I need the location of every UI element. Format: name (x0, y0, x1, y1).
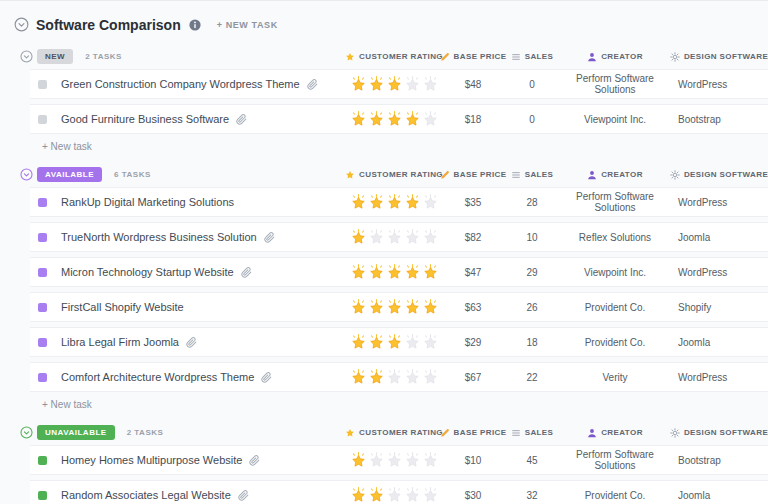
star-filled-icon[interactable] (404, 194, 421, 211)
sales-count[interactable]: 18 (504, 337, 560, 348)
star-filled-icon[interactable] (386, 194, 403, 211)
creator[interactable]: Perform Software Solutions (560, 449, 670, 471)
task-row[interactable]: RankUp Digital Marketing Solutions$3528P… (30, 187, 768, 217)
status-square-icon[interactable] (38, 303, 47, 312)
star-filled-icon[interactable] (404, 264, 421, 281)
star-filled-icon[interactable] (368, 264, 385, 281)
star-filled-icon[interactable] (350, 369, 367, 386)
design-software[interactable]: Joomla (670, 337, 768, 348)
column-header-rating[interactable]: CUSTOMER RATING (346, 428, 442, 438)
base-price[interactable]: $82 (442, 232, 504, 243)
status-square-icon[interactable] (38, 373, 47, 382)
design-software[interactable]: WordPress (670, 372, 768, 383)
star-filled-icon[interactable] (368, 369, 385, 386)
star-empty-icon[interactable] (422, 229, 439, 246)
collapse-list-icon[interactable] (14, 17, 29, 32)
base-price[interactable]: $48 (442, 79, 504, 90)
star-empty-icon[interactable] (404, 334, 421, 351)
task-row[interactable]: Homey Homes Multipurpose Website$1045Per… (30, 445, 768, 475)
star-empty-icon[interactable] (386, 452, 403, 469)
star-empty-icon[interactable] (422, 369, 439, 386)
task-name[interactable]: Homey Homes Multipurpose Website (61, 454, 242, 466)
column-header-creator[interactable]: CREATOR (560, 170, 670, 180)
base-price[interactable]: $47 (442, 267, 504, 278)
creator[interactable]: Reflex Solutions (560, 232, 670, 243)
column-header-price[interactable]: BASE PRICE (442, 52, 504, 62)
column-header-software[interactable]: DESIGN SOFTWARE (670, 52, 768, 62)
add-task-button[interactable]: + New task (42, 399, 768, 413)
star-empty-icon[interactable] (422, 194, 439, 211)
star-filled-icon[interactable] (368, 194, 385, 211)
base-price[interactable]: $29 (442, 337, 504, 348)
star-filled-icon[interactable] (386, 264, 403, 281)
collapse-group-icon[interactable] (20, 168, 33, 181)
base-price[interactable]: $10 (442, 455, 504, 466)
task-name[interactable]: Libra Legal Firm Joomla (61, 336, 179, 348)
star-filled-icon[interactable] (368, 111, 385, 128)
task-name[interactable]: RankUp Digital Marketing Solutions (61, 196, 234, 208)
add-task-button[interactable]: + New task (42, 141, 768, 155)
star-filled-icon[interactable] (404, 299, 421, 316)
star-filled-icon[interactable] (386, 334, 403, 351)
creator[interactable]: Verity (560, 372, 670, 383)
creator[interactable]: Provident Co. (560, 302, 670, 313)
column-header-sales[interactable]: SALES (504, 428, 560, 438)
star-filled-icon[interactable] (350, 76, 367, 93)
column-header-sales[interactable]: SALES (504, 52, 560, 62)
task-row[interactable]: Green Construction Company Wordpress The… (30, 69, 768, 99)
design-software[interactable]: Joomla (670, 232, 768, 243)
collapse-group-icon[interactable] (20, 50, 33, 63)
star-filled-icon[interactable] (350, 299, 367, 316)
sales-count[interactable]: 45 (504, 455, 560, 466)
task-name[interactable]: Micron Technology Startup Website (61, 266, 234, 278)
base-price[interactable]: $35 (442, 197, 504, 208)
column-header-price[interactable]: BASE PRICE (442, 170, 504, 180)
task-name[interactable]: Random Associates Legal Website (61, 489, 231, 501)
task-name[interactable]: FirstCall Shopify Website (61, 301, 184, 313)
new-task-button[interactable]: + NEW TASK (217, 20, 278, 30)
status-badge[interactable]: NEW (37, 49, 73, 64)
column-header-sales[interactable]: SALES (504, 170, 560, 180)
star-empty-icon[interactable] (368, 452, 385, 469)
star-empty-icon[interactable] (422, 452, 439, 469)
status-badge[interactable]: UNAVAILABLE (37, 425, 115, 440)
star-filled-icon[interactable] (368, 487, 385, 504)
sales-count[interactable]: 10 (504, 232, 560, 243)
task-name[interactable]: Good Furniture Business Software (61, 113, 229, 125)
design-software[interactable]: Bootstrap (670, 114, 768, 125)
task-row[interactable]: Good Furniture Business Software$180View… (30, 104, 768, 134)
star-filled-icon[interactable] (350, 487, 367, 504)
collapse-group-icon[interactable] (20, 426, 33, 439)
task-row[interactable]: TrueNorth Wordpress Business Solution$82… (30, 222, 768, 252)
sales-count[interactable]: 26 (504, 302, 560, 313)
star-filled-icon[interactable] (350, 264, 367, 281)
design-software[interactable]: Shopify (670, 302, 768, 313)
star-empty-icon[interactable] (386, 487, 403, 504)
star-empty-icon[interactable] (404, 369, 421, 386)
column-header-price[interactable]: BASE PRICE (442, 428, 504, 438)
star-filled-icon[interactable] (368, 299, 385, 316)
base-price[interactable]: $18 (442, 114, 504, 125)
task-row[interactable]: FirstCall Shopify Website$6326Provident … (30, 292, 768, 322)
sales-count[interactable]: 0 (504, 114, 560, 125)
task-name[interactable]: TrueNorth Wordpress Business Solution (61, 231, 257, 243)
task-row[interactable]: Libra Legal Firm Joomla$2918Provident Co… (30, 327, 768, 357)
star-empty-icon[interactable] (422, 76, 439, 93)
status-square-icon[interactable] (38, 198, 47, 207)
sales-count[interactable]: 28 (504, 197, 560, 208)
status-square-icon[interactable] (38, 456, 47, 465)
star-empty-icon[interactable] (422, 111, 439, 128)
creator[interactable]: Provident Co. (560, 337, 670, 348)
creator[interactable]: Provident Co. (560, 490, 670, 501)
sales-count[interactable]: 29 (504, 267, 560, 278)
star-filled-icon[interactable] (386, 111, 403, 128)
status-square-icon[interactable] (38, 268, 47, 277)
task-row[interactable]: Random Associates Legal Website$3032Prov… (30, 480, 768, 504)
star-filled-icon[interactable] (386, 299, 403, 316)
status-square-icon[interactable] (38, 80, 47, 89)
star-filled-icon[interactable] (422, 264, 439, 281)
star-empty-icon[interactable] (386, 229, 403, 246)
task-name[interactable]: Green Construction Company Wordpress The… (61, 78, 300, 90)
status-badge[interactable]: AVAILABLE (37, 167, 102, 182)
sales-count[interactable]: 0 (504, 79, 560, 90)
